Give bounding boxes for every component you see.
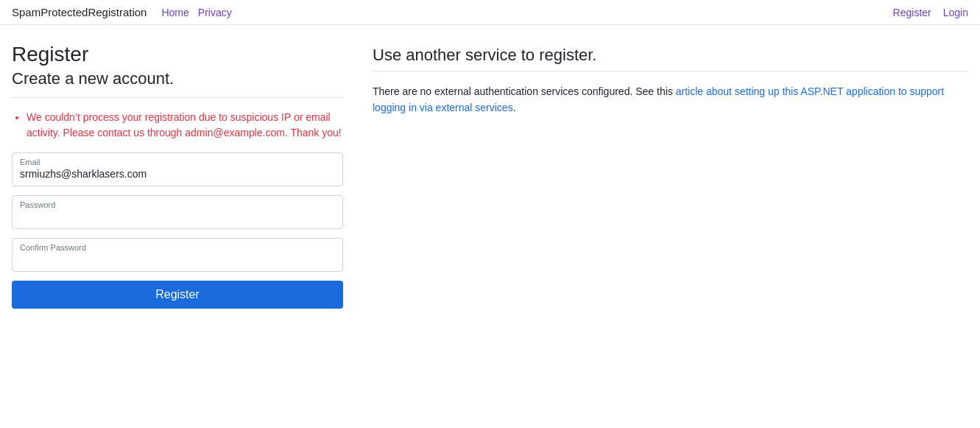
navbar: SpamProtectedRegistration Home Privacy R…	[0, 0, 980, 25]
main-content: Register Create a new account. We couldn…	[0, 25, 980, 326]
confirm-password-field-wrapper: Confirm Password	[12, 238, 343, 272]
right-divider	[373, 71, 968, 71]
confirm-password-label: Confirm Password	[20, 243, 335, 252]
register-button[interactable]: Register	[12, 281, 343, 309]
right-panel-description: There are no external authentication ser…	[373, 83, 968, 116]
nav-register-link[interactable]: Register	[893, 7, 931, 18]
nav-link-privacy[interactable]: Privacy	[198, 7, 232, 18]
error-list: We couldn’t process your registration du…	[12, 110, 343, 141]
right-panel-title: Use another service to register.	[373, 46, 968, 65]
form-divider	[12, 97, 343, 98]
right-panel-text-before: There are no external authentication ser…	[373, 85, 676, 97]
page-subtitle: Create a new account.	[12, 69, 343, 88]
navbar-right: Register Login	[893, 7, 968, 18]
navbar-brand[interactable]: SpamProtectedRegistration	[12, 6, 147, 18]
password-form-group: Password	[12, 195, 343, 229]
nav-login-link[interactable]: Login	[943, 7, 968, 18]
email-label: Email	[20, 158, 335, 166]
navbar-nav: Home Privacy	[161, 7, 892, 18]
email-field-wrapper: Email	[12, 152, 343, 186]
confirm-password-input[interactable]	[20, 253, 335, 265]
nav-link-home[interactable]: Home	[161, 7, 188, 18]
password-input[interactable]	[20, 211, 335, 222]
password-field-wrapper: Password	[12, 195, 343, 229]
left-section: Register Create a new account. We couldn…	[12, 43, 343, 309]
confirm-password-form-group: Confirm Password	[12, 238, 343, 272]
error-message: We couldn’t process your registration du…	[27, 110, 343, 141]
right-section: Use another service to register. There a…	[373, 43, 968, 309]
email-input[interactable]	[20, 168, 335, 180]
page-title: Register	[12, 43, 343, 66]
right-panel-text-after: .	[513, 102, 516, 113]
email-form-group: Email	[12, 152, 343, 186]
password-label: Password	[20, 200, 335, 209]
